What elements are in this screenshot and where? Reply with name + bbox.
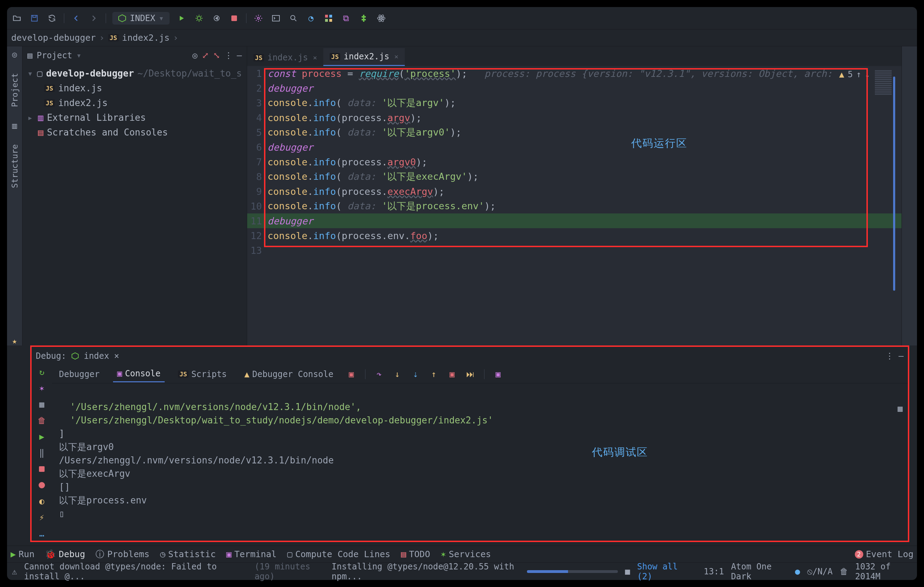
bt-run[interactable]: ▶Run xyxy=(10,549,35,559)
code-editor[interactable]: 代码运行区 ▲ 5 ↑ ↓ 1const process = require('… xyxy=(247,66,901,345)
debug-icon[interactable] xyxy=(193,13,205,24)
modify-settings-icon[interactable]: ✶ xyxy=(37,383,47,393)
chevron-down-icon[interactable]: ▾ xyxy=(76,51,81,60)
drop-frame-icon[interactable]: ▣ xyxy=(447,370,457,379)
back-icon[interactable] xyxy=(71,13,82,24)
bt-event-log[interactable]: 2 Event Log xyxy=(855,549,914,559)
atom-icon[interactable] xyxy=(376,13,387,24)
tree-scratches[interactable]: ▤ Scratches and Consoles xyxy=(26,125,243,140)
breadcrumb-file[interactable]: index2.js xyxy=(122,33,170,43)
force-step-into-icon[interactable]: ⇣ xyxy=(411,370,420,379)
project-tool-tab[interactable]: Project xyxy=(10,73,19,107)
run-to-cursor-icon[interactable]: ⏭ xyxy=(466,370,475,379)
stop-icon[interactable] xyxy=(37,464,47,474)
theme-name[interactable]: Atom One Dark xyxy=(731,562,788,581)
thread-dump-icon[interactable]: ⚡ xyxy=(37,513,47,523)
evaluate-expr-icon[interactable]: ▣ xyxy=(493,370,503,379)
step-out-icon[interactable]: ↑ xyxy=(429,370,439,379)
progress-bar[interactable] xyxy=(527,570,618,573)
run-config-selector[interactable]: INDEX ▾ xyxy=(112,12,170,25)
locate-icon[interactable]: ◎ xyxy=(192,51,197,60)
caret-position[interactable]: 13:1 xyxy=(703,567,724,577)
layout-settings-icon[interactable]: ▦ xyxy=(898,404,903,414)
svg-rect-7 xyxy=(325,15,328,18)
tree-root[interactable]: ▾ ▢ develop-debugger ~/Desktop/wait_to_s xyxy=(26,66,243,81)
search-icon[interactable] xyxy=(288,13,299,24)
close-icon[interactable]: × xyxy=(114,351,119,361)
bt-statistic[interactable]: ◷Statistic xyxy=(160,549,216,559)
panel-title: Project xyxy=(36,51,72,60)
status-bar: ⚠ Cannot download @types/node: Failed to… xyxy=(7,562,917,580)
bt-problems[interactable]: ⓘProblems xyxy=(96,548,149,560)
rainbow-brackets-icon[interactable]: ⧉ xyxy=(340,13,352,24)
tab-console[interactable]: ▣ Console xyxy=(113,366,165,383)
structure-icon[interactable]: ▥ xyxy=(12,121,17,130)
target-icon[interactable]: ◎ xyxy=(12,50,17,59)
show-all-tasks[interactable]: Show all (2) xyxy=(637,562,690,581)
expand-icon[interactable]: ⤢ xyxy=(202,51,209,60)
stop-icon[interactable] xyxy=(229,13,240,24)
delete-icon[interactable]: 🗑 xyxy=(37,416,47,425)
structure-tool-tab[interactable]: Structure xyxy=(10,144,19,188)
debug-config-name[interactable]: index xyxy=(84,351,109,361)
mute-breakpoints-icon[interactable]: ◐ xyxy=(37,496,47,506)
tree-file[interactable]: JS index2.js xyxy=(26,96,243,110)
sync-icon[interactable] xyxy=(46,13,58,24)
more-icon[interactable]: ⋮ xyxy=(885,351,894,361)
layout-icon[interactable] xyxy=(323,13,334,24)
breadcrumb-project[interactable]: develop-debugger xyxy=(11,33,96,43)
coverage-icon[interactable] xyxy=(211,13,222,24)
show-execution-icon[interactable]: ▣ xyxy=(347,370,356,379)
hide-icon[interactable]: — xyxy=(899,351,904,361)
run-icon[interactable] xyxy=(176,13,187,24)
prev-highlight-icon[interactable]: ↑ xyxy=(856,69,861,79)
js-file-icon: JS xyxy=(108,34,119,41)
status-task[interactable]: Installing @types/node@12.20.55 with npm… xyxy=(332,562,520,581)
save-icon[interactable] xyxy=(29,13,40,24)
close-icon[interactable]: × xyxy=(313,53,317,62)
close-icon[interactable]: × xyxy=(394,52,398,61)
hide-icon[interactable]: — xyxy=(237,51,242,60)
more-icon[interactable]: ⋮ xyxy=(224,51,233,60)
memory-indicator[interactable]: 1032 of 2014M xyxy=(855,562,912,581)
tab-scripts[interactable]: JS Scripts xyxy=(174,366,231,382)
forward-icon[interactable] xyxy=(88,13,99,24)
power-status[interactable]: ⦸/N/A xyxy=(807,567,833,577)
tab-debugger-console[interactable]: ▲ Debugger Console xyxy=(240,366,338,382)
status-message[interactable]: Cannot download @types/node: Failed to i… xyxy=(24,562,247,581)
new-item-icon[interactable]: ▦ xyxy=(37,399,47,409)
next-highlight-icon[interactable]: ↓ xyxy=(865,69,870,79)
editor-minimap[interactable] xyxy=(875,69,895,345)
terminal-run-icon[interactable] xyxy=(270,13,282,24)
rerun-icon[interactable]: ↻ xyxy=(37,367,47,377)
open-icon[interactable] xyxy=(11,13,23,24)
tree-file[interactable]: JS index.js xyxy=(26,81,243,96)
bt-terminal[interactable]: ▣Terminal xyxy=(226,549,276,559)
breakpoints-icon[interactable] xyxy=(37,480,47,490)
collapse-icon[interactable]: ⤡ xyxy=(213,51,220,60)
tab-index2-js[interactable]: JS index2.js × xyxy=(323,48,405,66)
bt-debug[interactable]: 🐞Debug xyxy=(45,549,85,559)
debug-console-output[interactable]: '/Users/zhenggl/.nvm/versions/node/v12.3… xyxy=(52,383,908,541)
tab-debugger[interactable]: Debugger xyxy=(55,366,104,382)
step-over-icon[interactable]: ↷ xyxy=(375,370,384,379)
stop-task-icon[interactable]: ■ xyxy=(625,567,630,577)
pause-icon[interactable]: ‖ xyxy=(37,448,47,458)
plugin-icon[interactable] xyxy=(358,13,369,24)
resume-icon[interactable]: ▶ xyxy=(37,432,47,442)
project-tree: ▾ ▢ develop-debugger ~/Desktop/wait_to_s… xyxy=(23,64,247,141)
bt-services[interactable]: ✶Services xyxy=(441,549,491,559)
power-save-indicator[interactable]: ● xyxy=(795,567,800,577)
expand-toggle-icon[interactable]: ▾ xyxy=(27,68,33,79)
expand-toggle-icon[interactable]: ▸ xyxy=(27,112,35,123)
more-icon[interactable]: … xyxy=(37,529,47,539)
favorite-icon[interactable]: ★ xyxy=(12,336,17,345)
profiler-icon[interactable]: ◔ xyxy=(305,13,317,24)
step-into-icon[interactable]: ↓ xyxy=(393,370,402,379)
tab-index-js[interactable]: JS index.js × xyxy=(247,49,323,66)
inspections-widget[interactable]: ▲ 5 ↑ ↓ xyxy=(839,69,870,79)
settings-icon[interactable] xyxy=(253,13,264,24)
bt-compute-code-lines[interactable]: ▢Compute Code Lines xyxy=(287,549,390,559)
tree-external-libs[interactable]: ▸ ▥ External Libraries xyxy=(26,110,243,125)
bt-todo[interactable]: ▤TODO xyxy=(401,549,430,559)
